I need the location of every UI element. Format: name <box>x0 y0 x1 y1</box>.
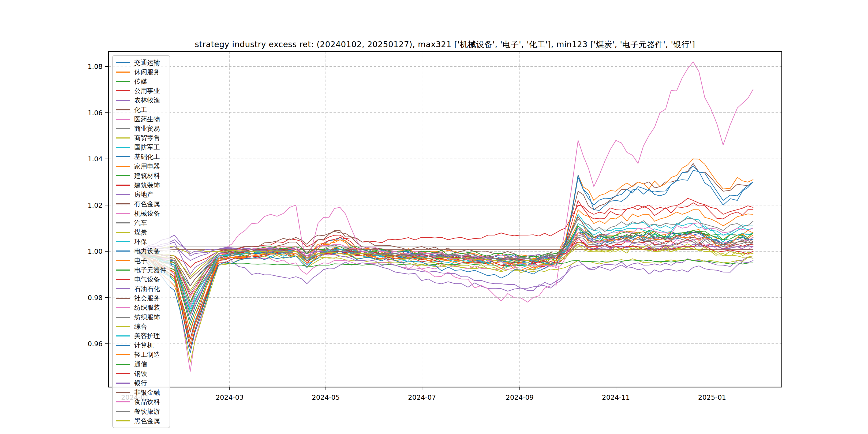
legend-item: 有色金属 <box>116 199 169 209</box>
y-tick-label: 1.04 <box>88 155 103 163</box>
legend-line-swatch <box>116 354 130 355</box>
legend-item: 房地产 <box>116 190 169 199</box>
legend-label: 石油石化 <box>134 286 160 292</box>
legend-line-swatch <box>116 326 130 327</box>
legend-item: 轻工制造 <box>116 350 169 360</box>
legend-label: 化工 <box>134 106 147 113</box>
legend-line-swatch <box>116 185 130 186</box>
legend-line-swatch <box>116 213 130 214</box>
legend-line-swatch <box>116 250 130 252</box>
legend-line-swatch <box>116 166 130 167</box>
legend-item: 煤炭 <box>116 227 169 237</box>
legend-line-swatch <box>116 241 130 242</box>
legend-item: 机械设备 <box>116 209 169 218</box>
legend-label: 计算机 <box>134 342 154 348</box>
legend-label: 房地产 <box>134 191 154 198</box>
legend-item: 商业贸易 <box>116 124 169 133</box>
legend-line-swatch <box>116 298 130 299</box>
legend-label: 商贸零售 <box>134 135 160 141</box>
legend-item: 社会服务 <box>116 293 169 303</box>
legend-line-swatch <box>116 119 130 120</box>
legend-label: 纺织服饰 <box>134 314 160 320</box>
legend-line-swatch <box>116 100 130 101</box>
legend-line-swatch <box>116 307 130 308</box>
legend-line-swatch <box>116 147 130 148</box>
legend-line-swatch <box>116 364 130 365</box>
legend: 交通运输休闲服务传媒公用事业农林牧渔化工医药生物商业贸易商贸零售国防军工基础化工… <box>112 55 170 428</box>
legend-label: 轻工制造 <box>134 351 160 358</box>
legend-item: 交通运输 <box>116 58 169 67</box>
legend-label: 黑色金属 <box>134 418 160 424</box>
legend-label: 通信 <box>134 361 147 368</box>
legend-item: 钢铁 <box>116 369 169 378</box>
legend-item: 通信 <box>116 360 169 369</box>
legend-label: 汽车 <box>134 220 147 226</box>
legend-item: 美容护理 <box>116 331 169 341</box>
legend-line-swatch <box>116 260 130 261</box>
legend-item: 非银金融 <box>116 388 169 397</box>
legend-label: 钢铁 <box>134 371 147 377</box>
x-tick-label: 2024-07 <box>408 394 436 401</box>
legend-line-swatch <box>116 279 130 280</box>
series-line <box>136 228 753 325</box>
legend-line-swatch <box>116 137 130 138</box>
axes: 2024-012024-032024-052024-072024-092024-… <box>88 52 782 401</box>
legend-line-swatch <box>116 345 130 346</box>
legend-line-swatch <box>116 288 130 289</box>
legend-label: 综合 <box>134 323 147 330</box>
legend-line-swatch <box>116 335 130 337</box>
legend-line-swatch <box>116 109 130 111</box>
y-tick-label: 0.98 <box>88 294 103 302</box>
legend-label: 基础化工 <box>134 154 160 160</box>
legend-label: 公用事业 <box>134 88 160 94</box>
legend-item: 综合 <box>116 322 169 331</box>
x-tick-label: 2024-03 <box>216 394 244 401</box>
series-line <box>136 62 753 372</box>
chart-title: strategy industry excess ret: (20240102,… <box>195 39 695 50</box>
legend-line-swatch <box>116 81 130 82</box>
legend-label: 机械设备 <box>134 210 160 217</box>
legend-label: 建筑材料 <box>134 173 160 179</box>
legend-item: 公用事业 <box>116 86 169 96</box>
legend-line-swatch <box>116 175 130 176</box>
legend-item: 计算机 <box>116 341 169 350</box>
series-lines <box>136 62 753 372</box>
legend-line-swatch <box>116 270 130 271</box>
legend-label: 煤炭 <box>134 229 147 236</box>
legend-label: 医药生物 <box>134 116 160 122</box>
series-line <box>136 228 753 314</box>
gridlines <box>108 52 782 387</box>
legend-item: 电气设备 <box>116 275 169 284</box>
figure: 2024-012024-032024-052024-072024-092024-… <box>0 0 868 434</box>
legend-label: 商业贸易 <box>134 125 160 132</box>
legend-item: 石油石化 <box>116 284 169 293</box>
legend-item: 电力设备 <box>116 246 169 256</box>
plot-border <box>108 52 782 387</box>
legend-line-swatch <box>116 317 130 318</box>
legend-line-swatch <box>116 401 130 402</box>
legend-item: 医药生物 <box>116 114 169 124</box>
legend-label: 休闲服务 <box>134 69 160 75</box>
legend-label: 家用电器 <box>134 163 160 169</box>
y-tick-label: 1.08 <box>88 63 103 70</box>
legend-label: 传媒 <box>134 78 147 85</box>
legend-item: 建筑材料 <box>116 171 169 180</box>
legend-label: 电气设备 <box>134 276 160 283</box>
legend-item: 汽车 <box>116 218 169 227</box>
legend-item: 传媒 <box>116 76 169 86</box>
legend-item: 环保 <box>116 237 169 246</box>
legend-line-swatch <box>116 194 130 195</box>
legend-line-swatch <box>116 232 130 233</box>
legend-label: 食品饮料 <box>134 399 160 405</box>
legend-item: 纺织服装 <box>116 303 169 312</box>
legend-item: 食品饮料 <box>116 397 169 407</box>
legend-label: 建筑装饰 <box>134 182 160 188</box>
legend-line-swatch <box>116 203 130 205</box>
x-tick-label: 2024-09 <box>506 394 534 401</box>
legend-line-swatch <box>116 71 130 72</box>
legend-item: 农林牧渔 <box>116 96 169 105</box>
legend-line-swatch <box>116 392 130 393</box>
legend-label: 电子元器件 <box>134 267 166 273</box>
legend-item: 化工 <box>116 105 169 114</box>
legend-label: 美容护理 <box>134 333 160 339</box>
